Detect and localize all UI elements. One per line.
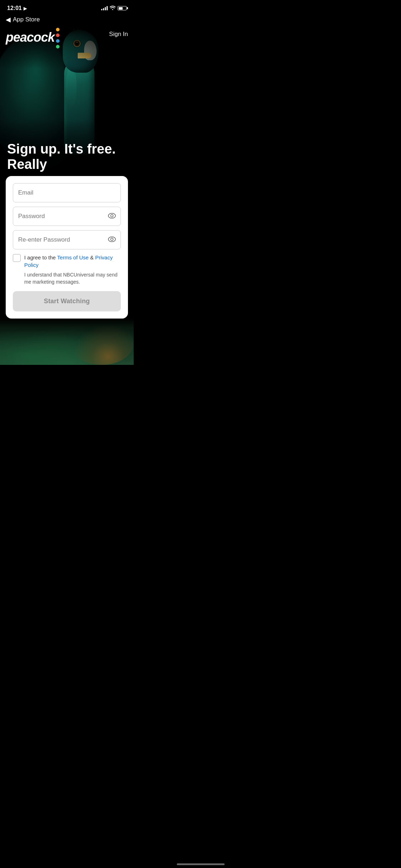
reenter-password-input[interactable] — [13, 230, 121, 249]
dot-blue — [56, 39, 60, 43]
password-group — [13, 207, 121, 226]
reenter-password-wrapper — [13, 230, 121, 249]
status-bar: 12:01 ▶ — [0, 0, 134, 14]
back-chevron-icon: ◀ — [6, 16, 11, 24]
back-label: App Store — [13, 16, 40, 23]
nav-bar: ◀ App Store — [0, 14, 134, 26]
wifi-icon — [110, 5, 115, 11]
bottom-feathers — [0, 319, 134, 365]
start-watching-button[interactable]: Start Watching — [13, 291, 121, 311]
email-input[interactable] — [13, 183, 121, 202]
terms-row: I agree to the Terms of Use & Privacy Po… — [13, 254, 121, 269]
hero-image: peacock Sign In Sign up. It's free. Real… — [0, 26, 134, 180]
dot-green — [56, 45, 60, 48]
svg-point-0 — [108, 213, 115, 218]
svg-point-3 — [111, 238, 113, 241]
logo-container: peacock — [6, 26, 60, 48]
status-time: 12:01 — [7, 5, 22, 11]
dot-orange — [56, 28, 60, 31]
reenter-password-group — [13, 230, 121, 249]
svg-point-1 — [111, 215, 113, 217]
password-toggle-icon[interactable] — [108, 212, 116, 221]
sign-in-button[interactable]: Sign In — [109, 29, 128, 39]
marketing-text: I understand that NBCUniversal may send … — [24, 272, 121, 285]
status-icons — [101, 5, 127, 11]
terms-text: I agree to the Terms of Use & Privacy Po… — [24, 254, 121, 269]
password-input[interactable] — [13, 207, 121, 226]
page: 12:01 ▶ ◀ App Store — [0, 0, 134, 365]
email-wrapper — [13, 183, 121, 202]
peacock-logo-text: peacock — [6, 30, 55, 45]
signal-icon — [101, 6, 108, 10]
tagline-text: Sign up. It's free. Really — [7, 141, 127, 172]
signup-form: I agree to the Terms of Use & Privacy Po… — [6, 176, 128, 319]
password-wrapper — [13, 207, 121, 226]
reenter-password-toggle-icon[interactable] — [108, 236, 116, 244]
email-group — [13, 183, 121, 202]
dot-red — [56, 33, 60, 37]
location-icon: ▶ — [24, 6, 27, 11]
tagline-container: Sign up. It's free. Really — [0, 120, 134, 180]
back-button[interactable]: ◀ App Store — [6, 16, 40, 24]
terms-of-use-link[interactable]: Terms of Use — [57, 254, 88, 260]
svg-point-2 — [108, 237, 115, 242]
peacock-dots — [56, 26, 60, 48]
terms-checkbox[interactable] — [13, 254, 21, 262]
battery-icon — [118, 6, 127, 10]
